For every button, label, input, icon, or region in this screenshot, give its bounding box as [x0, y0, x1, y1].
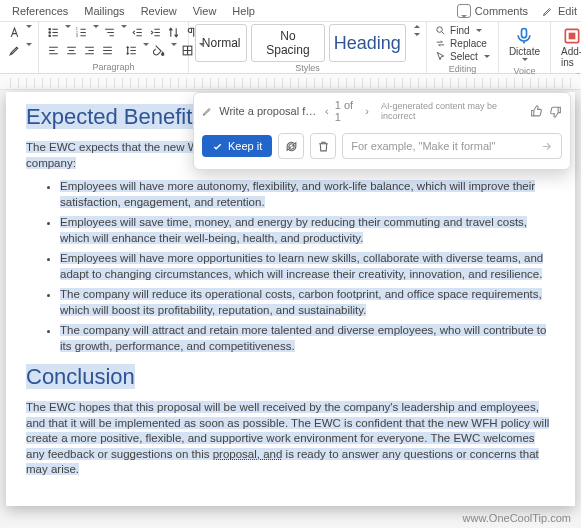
copilot-card: Write a proposal for… ‹ 1 of 1 › AI-gene…	[193, 92, 571, 170]
dictate-button[interactable]: Dictate	[505, 24, 544, 65]
align-left-button[interactable]	[45, 42, 61, 58]
chevron-down-icon	[522, 58, 528, 64]
list-item: Employees will have more opportunities t…	[60, 251, 555, 282]
pencil-icon	[202, 105, 213, 117]
check-icon	[212, 141, 223, 152]
heading-conclusion: Conclusion	[26, 364, 555, 390]
addins-button[interactable]: Add-ins	[557, 24, 581, 70]
highlight-button[interactable]	[6, 42, 22, 58]
style-heading[interactable]: Heading	[329, 24, 407, 62]
list-item: The company will reduce its operational …	[60, 287, 555, 318]
chevron-down-icon[interactable]	[143, 43, 149, 49]
pencil-icon	[542, 5, 554, 17]
font-color-button[interactable]	[6, 24, 22, 40]
editing-group-label: Editing	[433, 63, 492, 74]
chevron-down-icon[interactable]	[171, 43, 177, 49]
list-item: The company will attract and retain more…	[60, 323, 555, 354]
conclusion-para: The EWC hopes that this proposal will be…	[26, 400, 555, 478]
comments-button[interactable]: Comments	[475, 5, 528, 17]
chevron-down-icon[interactable]	[65, 25, 71, 31]
chevron-down-icon[interactable]	[26, 25, 32, 31]
next-button[interactable]: ›	[365, 105, 369, 117]
sort-button[interactable]	[165, 24, 181, 40]
ribbon: 123 Para	[0, 22, 581, 74]
list-item: Employees will save time, money, and ene…	[60, 215, 555, 246]
comments-icon[interactable]	[457, 4, 471, 18]
copilot-title: Write a proposal for…	[219, 105, 319, 117]
svg-point-2	[48, 34, 50, 36]
svg-point-0	[48, 28, 50, 30]
font-group-label	[6, 71, 32, 72]
select-button[interactable]: Select	[433, 50, 492, 63]
styles-down-icon[interactable]	[414, 33, 420, 39]
prompt-input[interactable]: For example, "Make it formal"	[342, 133, 562, 159]
thumbs-down-icon[interactable]	[549, 105, 562, 118]
numbering-button[interactable]: 123	[73, 24, 89, 40]
tab-help[interactable]: Help	[224, 5, 263, 17]
paragraph-group-label: Paragraph	[45, 61, 182, 72]
bullets-button[interactable]	[45, 24, 61, 40]
keep-it-button[interactable]: Keep it	[202, 135, 272, 157]
chevron-down-icon[interactable]	[199, 43, 205, 49]
styles-up-icon[interactable]	[414, 22, 420, 28]
benefits-list: Employees will have more autonomy, flexi…	[26, 179, 555, 354]
chevron-down-icon	[476, 29, 482, 35]
watermark: www.OneCoolTip.com	[463, 512, 571, 524]
chevron-down-icon[interactable]	[93, 25, 99, 31]
prev-button[interactable]: ‹	[325, 105, 329, 117]
align-center-button[interactable]	[63, 42, 79, 58]
svg-point-7	[437, 27, 443, 32]
line-spacing-button[interactable]	[123, 42, 139, 58]
multilevel-button[interactable]	[101, 24, 117, 40]
thumbs-up-icon[interactable]	[530, 105, 543, 118]
svg-text:3: 3	[76, 33, 78, 37]
justify-button[interactable]	[99, 42, 115, 58]
tab-view[interactable]: View	[185, 5, 225, 17]
ribbon-tabs: References Mailings Review View Help Com…	[0, 0, 581, 22]
chevron-down-icon	[484, 55, 490, 61]
align-right-button[interactable]	[81, 42, 97, 58]
chevron-down-icon[interactable]	[26, 43, 32, 49]
increase-indent-button[interactable]	[147, 24, 163, 40]
regenerate-button[interactable]	[278, 133, 304, 159]
shading-button[interactable]	[151, 42, 167, 58]
svg-rect-8	[522, 29, 527, 38]
tab-review[interactable]: Review	[133, 5, 185, 17]
svg-rect-10	[569, 34, 574, 39]
tab-mailings[interactable]: Mailings	[76, 5, 132, 17]
replace-button[interactable]: Replace	[433, 37, 492, 50]
style-no-spacing[interactable]: No Spacing	[251, 24, 324, 62]
decrease-indent-button[interactable]	[129, 24, 145, 40]
send-icon[interactable]	[540, 140, 553, 153]
list-item: Employees will have more autonomy, flexi…	[60, 179, 555, 210]
copilot-counter: 1 of 1	[335, 99, 359, 123]
chevron-down-icon[interactable]	[121, 25, 127, 31]
styles-group-label: Styles	[195, 62, 420, 73]
editing-mode-button[interactable]: Edit	[558, 5, 577, 17]
svg-point-1	[48, 31, 50, 33]
ruler[interactable]	[0, 74, 581, 90]
ai-warning-text: AI-generated content may be incorrect	[381, 101, 524, 121]
tab-references[interactable]: References	[4, 5, 76, 17]
prompt-placeholder: For example, "Make it formal"	[351, 140, 495, 152]
delete-button[interactable]	[310, 133, 336, 159]
find-button[interactable]: Find	[433, 24, 492, 37]
